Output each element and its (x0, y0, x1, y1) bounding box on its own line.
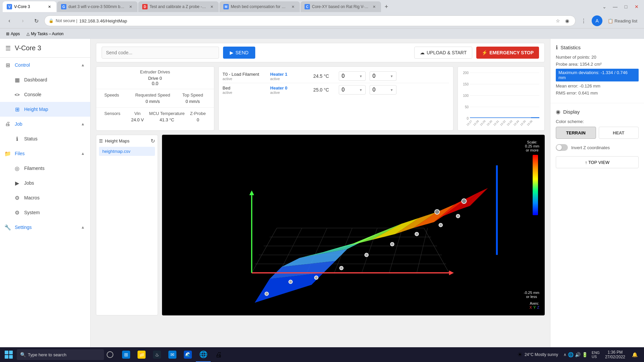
statistics-title: ℹ Statistics (556, 44, 639, 51)
cortana-button[interactable] (105, 349, 115, 360)
sidebar-item-macros[interactable]: ⚙ Macros (0, 190, 90, 205)
battery-icon[interactable]: 🔋 (582, 352, 588, 357)
scale-high-sub: or more (525, 148, 539, 152)
language-indicator[interactable]: ENG US (590, 351, 601, 359)
taskbar-search[interactable]: 🔍 Type here to search (17, 349, 104, 360)
heater1-target-input[interactable]: 0 ▼ (370, 71, 396, 81)
heightmaps-section: ☰ Height Maps ↻ heightmap.csv (96, 135, 545, 315)
terrain-button[interactable]: TERRAIN (556, 127, 596, 139)
sidebar-item-control[interactable]: ⊞ Control ▲ (0, 58, 90, 72)
sidebar-item-system[interactable]: ⚙ System (0, 205, 90, 220)
taskbar-app-chrome[interactable]: 🌐 (196, 347, 211, 362)
display-label: Display (563, 109, 580, 115)
upload-start-button[interactable]: ☁ UPLOAD & START (414, 47, 472, 59)
svg-line-28 (252, 228, 277, 273)
network-icon[interactable]: 🌐 (568, 352, 574, 357)
sidebar-item-files[interactable]: 📁 Files ▲ (0, 146, 90, 161)
tab-close-icon-3[interactable]: ✕ (209, 4, 215, 10)
close-window-button[interactable]: ✕ (632, 2, 641, 11)
files-icon: 📁 (4, 150, 11, 157)
heater0-tool-status: active (223, 90, 266, 95)
speeds-section: Speeds Requested Speed Top Speed 0 mm/s … (96, 89, 214, 108)
upload-icon: ☁ (420, 50, 425, 55)
vin-label: Vin (128, 110, 147, 117)
heat-button[interactable]: HEAT (599, 127, 639, 139)
sidebar-item-job[interactable]: 🖨 Job ▲ (0, 117, 90, 131)
user-profile-button[interactable]: A (592, 15, 602, 26)
sidebar-item-dashboard[interactable]: ▦ Dashboard (0, 72, 90, 87)
sidebar-item-filaments[interactable]: ◎ Filaments (0, 161, 90, 176)
taskbar-app-mail[interactable]: ✉ (165, 347, 180, 362)
tab-close-icon-2[interactable]: ✕ (127, 4, 133, 10)
svg-text:13:30: 13:30 (486, 120, 493, 126)
settings-label: Settings (15, 225, 32, 230)
taskbar-right: ☀ 24°C Mostly sunny ∧ 🌐 🔊 🔋 ENG US 1:36 … (515, 347, 643, 362)
reading-list-button[interactable]: 📋 Reading list (605, 18, 640, 23)
taskbar-app-edge[interactable]: 🌊 (180, 347, 195, 362)
clock[interactable]: 1:36 PM 27/02/2022 (602, 350, 628, 359)
speaker-icon[interactable]: 🔊 (575, 352, 581, 357)
start-button[interactable] (1, 347, 16, 362)
sidebar-item-console[interactable]: <> Console (0, 87, 90, 102)
reload-button[interactable]: ↻ (31, 15, 42, 26)
tab-close-icon-4[interactable]: ✕ (290, 4, 296, 10)
svg-text:150: 150 (463, 82, 469, 86)
tab-mesh[interactable]: M Mesh bed compensation for diff... ✕ (219, 1, 300, 12)
sidebar-item-jobs[interactable]: ▶ Jobs (0, 176, 90, 190)
svg-text:13:31: 13:31 (493, 120, 500, 126)
up-arrow-icon[interactable]: ∧ (564, 352, 567, 357)
page-layout: ▶ SEND ☁ UPLOAD & START ⚡ EMERGENCY STOP (91, 39, 644, 362)
settings-chevron-icon: ▲ (81, 225, 85, 230)
back-button[interactable]: ‹ (4, 15, 15, 26)
profile-icon[interactable]: ◉ (563, 17, 571, 25)
macros-label: Macros (24, 195, 40, 200)
taskbar-app-windows[interactable]: ⊞ (119, 347, 133, 362)
heightmap-file-item[interactable]: heightmap.csv (99, 147, 155, 156)
sidebar-item-settings[interactable]: 🔧 Settings ▲ (0, 220, 90, 235)
taskbar-app-printer[interactable]: 🖨 (211, 347, 226, 362)
heater0-target-value: 0 (373, 87, 376, 93)
requested-speed-value: 0 mm/s (128, 98, 177, 105)
sidebar-item-heightmap[interactable]: ⊞ Height Map (0, 102, 90, 117)
extensions-button[interactable]: ⋮ (578, 15, 589, 26)
new-tab-button[interactable]: + (382, 2, 391, 11)
cortana-icon (107, 351, 113, 358)
tab-close-icon-5[interactable]: ✕ (371, 4, 377, 10)
weather-widget[interactable]: ☀ 24°C Mostly sunny (515, 351, 561, 358)
hamburger-icon[interactable]: ☰ (5, 45, 11, 52)
emergency-stop-button[interactable]: ⚡ EMERGENCY STOP (476, 47, 539, 59)
sidebar-item-status[interactable]: ℹ Status (0, 131, 90, 146)
tab-duet[interactable]: G duet 3 wifi v-core-3 500mm bed... ✕ (57, 1, 138, 12)
heater0-target-input[interactable]: 0 ▼ (370, 85, 396, 95)
tab-vccore3[interactable]: V V-Core 3 ✕ (3, 1, 56, 12)
send-button[interactable]: ▶ SEND (223, 47, 255, 59)
bookmark-star-icon[interactable]: ☆ (554, 17, 562, 25)
tab-corexy[interactable]: C Core-XY based on Rat Rig V-Cor... ✕ (301, 1, 381, 12)
heater0-current-input[interactable]: 0 ▼ (339, 85, 366, 95)
refresh-icon[interactable]: ↻ (151, 138, 155, 144)
notification-button[interactable]: 🔔 (629, 347, 640, 362)
minimize-button[interactable]: — (610, 2, 620, 11)
code-input[interactable] (102, 47, 219, 59)
taskbar-app-explorer[interactable]: 📁 (134, 347, 149, 362)
tab-list-button[interactable]: ⌄ (600, 2, 609, 11)
invert-z-toggle[interactable] (556, 144, 568, 151)
forward-button[interactable]: › (17, 15, 28, 26)
taskbar-app-steam[interactable]: ♨ (150, 347, 164, 362)
top-view-button[interactable]: ↑ TOP VIEW (556, 156, 639, 168)
job-icon: 🖨 (4, 120, 11, 128)
heater1-temp: 24.5 °C (308, 73, 335, 79)
drive0-label: Drive 0 (102, 76, 209, 81)
drive0-value: 0.0 (102, 81, 209, 86)
maximize-button[interactable]: □ (621, 2, 631, 11)
heater0-label: Heater 0 (270, 85, 304, 90)
tab-close-icon[interactable]: ✕ (46, 4, 52, 10)
tab-test[interactable]: D Test and calibrate a Z probe - D... ✕ (138, 1, 219, 12)
bookmark-apps[interactable]: ⊞ Apps (4, 31, 22, 37)
scale-low-val: -0.25 mm (524, 291, 539, 295)
bookmark-aurion[interactable]: △ My Tasks – Aurion (24, 31, 65, 37)
url-bar[interactable]: 🔒 Not secure | 192.168.3.46/HeightMap ☆ … (44, 15, 576, 26)
heater1-current-input[interactable]: 0 ▼ (339, 71, 366, 81)
heater0-heater: Heater 0 active (270, 85, 304, 95)
jobs-icon: ▶ (13, 179, 21, 187)
